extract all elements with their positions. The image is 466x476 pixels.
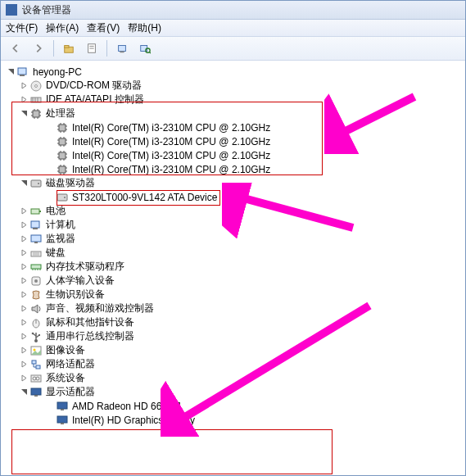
tree-twisty-closed[interactable] <box>19 220 29 230</box>
svg-rect-65 <box>57 194 67 201</box>
menu-action[interactable]: 操作(A) <box>46 21 79 35</box>
tree-twisty-closed[interactable] <box>19 346 29 356</box>
menu-view[interactable]: 查看(V) <box>87 21 120 35</box>
svg-rect-27 <box>59 125 66 131</box>
refresh-button[interactable] <box>112 39 132 58</box>
tree-device-label: Intel(R) Core(TM) i3-2310M CPU @ 2.10GHz <box>72 164 270 175</box>
refresh-icon <box>116 43 128 54</box>
tree-device-label: Intel(R) Core(TM) i3-2310M CPU @ 2.10GHz <box>72 150 270 161</box>
properties-button[interactable] <box>82 39 102 58</box>
tree-category-row[interactable]: 磁盘驱动器 <box>19 176 465 190</box>
tree-category-row[interactable]: 通用串行总线控制器 <box>19 329 465 343</box>
tree-twisty-closed[interactable] <box>19 332 29 342</box>
svg-point-92 <box>34 348 36 351</box>
toolbar-separator <box>106 40 107 57</box>
tree-twisty-open[interactable] <box>19 179 29 188</box>
tree-twisty-none <box>45 415 55 425</box>
tree-device-label: AMD Radeon HD 6630M <box>72 401 181 412</box>
tree-category-label: 电池 <box>46 204 66 218</box>
tree-twisty-closed[interactable] <box>19 81 29 91</box>
tree-category-label: 图像设备 <box>46 343 85 357</box>
tree-device-label: Intel(R) Core(TM) i3-2310M CPU @ 2.10GHz <box>72 136 270 147</box>
disk-icon <box>29 177 43 190</box>
tree-category-row[interactable]: 生物识别设备 <box>19 288 465 301</box>
svg-rect-18 <box>33 111 39 117</box>
tree-twisty-open[interactable] <box>6 67 16 77</box>
scan-hardware-button[interactable] <box>135 39 155 58</box>
tree-category-row[interactable]: IDE ATA/ATAPI 控制器 <box>19 93 465 107</box>
forward-icon <box>33 43 44 54</box>
tree-root-label: heyong-PC <box>33 66 82 78</box>
tree-category-label: 鼠标和其他指针设备 <box>46 315 134 329</box>
hid-icon <box>29 274 43 288</box>
display-icon <box>56 414 69 427</box>
cpu-icon <box>29 107 43 120</box>
tree-category-row[interactable]: 内存技术驱动程序 <box>19 260 465 274</box>
disk-icon <box>56 191 69 204</box>
tree-category-row[interactable]: DVD/CD-ROM 驱动器 <box>19 79 465 93</box>
titlebar: 设备管理器 <box>1 1 465 20</box>
tree-category-row[interactable]: 网络适配器 <box>19 357 465 371</box>
tree-category-row[interactable]: 人体学输入设备 <box>19 274 465 288</box>
tree-category-label: 声音、视频和游戏控制器 <box>46 301 154 315</box>
tree-device-row[interactable]: Intel(R) Core(TM) i3-2310M CPU @ 2.10GHz <box>32 162 465 176</box>
tree-device-row[interactable]: AMD Radeon HD 6630M <box>32 399 465 413</box>
tree-twisty-closed[interactable] <box>19 276 29 286</box>
tree-twisty-none <box>45 137 55 147</box>
tree-twisty-closed[interactable] <box>19 318 29 328</box>
tree-category-row[interactable]: 计算机 <box>19 218 465 232</box>
svg-rect-5 <box>119 46 126 52</box>
tree-twisty-none <box>45 193 55 202</box>
menu-file[interactable]: 文件(F) <box>6 21 38 35</box>
tree-twisty-closed[interactable] <box>19 234 29 244</box>
tree-category-label: 显示适配器 <box>46 385 95 399</box>
tree-device-row[interactable]: ST320LT000-9VL142 ATA Device <box>32 190 465 204</box>
back-button[interactable] <box>6 39 25 58</box>
tree-category-row[interactable]: 显示适配器 <box>19 385 465 399</box>
tree-category-label: 系统设备 <box>46 371 85 385</box>
tree-twisty-open[interactable] <box>19 109 29 119</box>
bio-icon <box>29 288 43 301</box>
tree-category-label: 生物识别设备 <box>46 288 105 301</box>
ide-icon <box>29 93 43 107</box>
forward-button[interactable] <box>29 39 48 58</box>
tree-category-row[interactable]: 键盘 <box>19 246 465 260</box>
svg-rect-71 <box>31 235 41 242</box>
cpu-icon <box>56 135 69 148</box>
tree-twisty-none <box>45 401 55 411</box>
tree-device-row[interactable]: Intel(R) Core(TM) i3-2310M CPU @ 2.10GHz <box>32 134 465 148</box>
tree-device-row[interactable]: Intel(R) HD Graphics Family <box>32 413 465 427</box>
device-tree[interactable]: heyong-PC DVD/CD-ROM 驱动器 IDE ATA/ATAPI 控… <box>1 60 465 475</box>
tree-category-row[interactable]: 电池 <box>19 204 465 218</box>
tree-twisty-closed[interactable] <box>19 304 29 314</box>
tree-device-label: Intel(R) HD Graphics Family <box>72 415 195 426</box>
svg-point-82 <box>34 279 38 283</box>
up-button[interactable] <box>59 39 79 58</box>
tree-twisty-open[interactable] <box>19 388 29 397</box>
tree-twisty-closed[interactable] <box>19 206 29 216</box>
svg-rect-11 <box>20 75 25 76</box>
tree-category-label: 磁盘驱动器 <box>46 176 95 190</box>
tree-root-row[interactable]: heyong-PC <box>6 65 465 79</box>
tree-twisty-closed[interactable] <box>19 360 29 369</box>
memory-icon <box>29 261 43 274</box>
tree-category-row[interactable]: 图像设备 <box>19 343 465 357</box>
tree-twisty-closed[interactable] <box>19 290 29 300</box>
tree-device-row[interactable]: Intel(R) Core(TM) i3-2310M CPU @ 2.10GHz <box>32 148 465 162</box>
tree-category-row[interactable]: 监视器 <box>19 232 465 246</box>
tree-twisty-closed[interactable] <box>19 95 29 105</box>
tree-category-row[interactable]: 鼠标和其他指针设备 <box>19 315 465 329</box>
tree-category-row[interactable]: 处理器 <box>19 107 465 120</box>
tree-twisty-closed[interactable] <box>19 248 29 258</box>
tree-category-label: 键盘 <box>46 246 66 260</box>
tree-device-row[interactable]: Intel(R) Core(TM) i3-2310M CPU @ 2.10GHz <box>32 120 465 134</box>
tree-twisty-closed[interactable] <box>19 262 29 272</box>
tree-category-row[interactable]: 声音、视频和游戏控制器 <box>19 301 465 315</box>
svg-rect-103 <box>61 423 64 424</box>
disc-icon <box>29 79 43 93</box>
highlight-display <box>11 429 333 474</box>
menu-help[interactable]: 帮助(H) <box>128 21 161 35</box>
tree-category-row[interactable]: 系统设备 <box>19 371 465 385</box>
tree-twisty-closed[interactable] <box>19 374 29 383</box>
device-manager-window: 设备管理器 文件(F) 操作(A) 查看(V) 帮助(H) <box>0 0 466 476</box>
